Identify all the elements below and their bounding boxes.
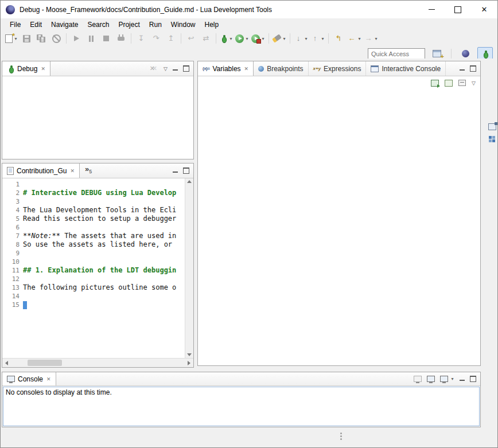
scroll-left-icon[interactable] (5, 361, 8, 365)
tab-breakpoints[interactable]: Breakpoints (254, 61, 308, 76)
line-number[interactable]: 11 (2, 266, 20, 275)
tab-variables[interactable]: (x)= Variables ✕ (198, 61, 254, 76)
maximize-button[interactable] (445, 1, 471, 18)
back-button[interactable]: ← ▾ (346, 32, 363, 45)
editor-line[interactable] (23, 292, 185, 301)
menu-edit[interactable]: Edit (25, 20, 46, 30)
editor-line[interactable]: Read this section to setup a debugger (23, 215, 185, 223)
show-columns-button[interactable] (445, 80, 453, 87)
debug-view-content[interactable] (2, 76, 193, 159)
line-number[interactable]: 12 (2, 275, 20, 283)
menu-search[interactable]: Search (83, 20, 114, 30)
suspend-button[interactable] (84, 32, 99, 45)
dropdown-icon[interactable]: ▾ (229, 36, 233, 41)
restore-views-button[interactable] (488, 123, 496, 130)
minimized-view-button[interactable] (489, 136, 495, 142)
menu-window[interactable]: Window (166, 20, 200, 30)
dropdown-icon[interactable]: ▾ (245, 36, 249, 41)
menu-file[interactable]: File (5, 20, 25, 30)
editor-line[interactable]: **Note:** The assets that are used in (23, 232, 185, 240)
drop-to-frame-button[interactable]: ↩ (184, 32, 199, 45)
new-wizard-button[interactable]: * ▾ (4, 32, 19, 45)
editor-vertical-scrollbar[interactable] (185, 178, 193, 358)
scroll-up-icon[interactable] (187, 180, 192, 183)
line-number[interactable]: 6 (2, 223, 20, 232)
tab-contribution-guide[interactable]: Contribution_Gu ✕ (2, 163, 80, 178)
remove-all-terminated-button[interactable]: ✕ (150, 65, 155, 72)
tab-close-icon[interactable]: ✕ (46, 376, 51, 382)
previous-annotation-button[interactable]: ↑ ▾ (309, 32, 326, 45)
line-number[interactable]: 2 (2, 189, 20, 197)
next-annotation-button[interactable]: ↓ ▾ (293, 32, 309, 45)
console-content[interactable]: No consoles to display at this time. (3, 387, 480, 426)
editor-horizontal-scrollbar[interactable] (2, 358, 193, 367)
editor-line[interactable] (23, 180, 185, 189)
editor-line[interactable]: The following pictures outline some o (23, 283, 185, 292)
maximize-view-button[interactable] (470, 376, 476, 382)
horizontal-scroll-thumb[interactable] (28, 360, 62, 366)
scroll-right-icon[interactable] (188, 361, 190, 365)
editor-line[interactable]: The Lua Development Tools in the Ecli (23, 206, 185, 215)
save-all-button[interactable] (34, 32, 49, 45)
minimize-view-button[interactable] (460, 69, 465, 71)
save-button[interactable] (19, 32, 34, 45)
terminate-button[interactable] (99, 32, 114, 45)
editor-line[interactable] (23, 301, 185, 309)
quick-access-input[interactable]: Quick Access (368, 48, 425, 59)
dropdown-icon[interactable]: ▾ (450, 376, 454, 381)
maximize-view-button[interactable] (470, 65, 476, 72)
tab-close-icon[interactable]: ✕ (41, 66, 45, 72)
editor-line[interactable] (23, 197, 185, 206)
tab-close-icon[interactable]: ✕ (244, 66, 249, 72)
resume-button[interactable] (69, 32, 84, 45)
minimize-button[interactable] (418, 1, 445, 18)
hidden-editors-chevron[interactable]: » 5 (80, 163, 97, 178)
editor-gutter[interactable]: 123456789101112131415 (2, 178, 23, 358)
menu-navigate[interactable]: Navigate (46, 20, 83, 30)
variables-content[interactable] (198, 89, 480, 365)
maximize-view-button[interactable] (183, 65, 189, 72)
debug-button[interactable]: ▾ (219, 32, 234, 45)
view-menu-button[interactable]: ▽ (164, 66, 168, 72)
menu-run[interactable]: Run (145, 20, 166, 30)
tab-close-icon[interactable]: ✕ (70, 168, 75, 174)
editor-line[interactable]: ## 1. Explanation of the LDT debuggin (23, 266, 185, 275)
sash-grip[interactable] (340, 433, 343, 441)
use-step-filters-button[interactable]: ⇄ (199, 32, 213, 45)
line-number[interactable]: 5 (2, 215, 20, 223)
tab-expressions[interactable]: x+y Expressions (309, 61, 367, 76)
skip-all-breakpoints-button[interactable] (49, 32, 64, 45)
step-over-button[interactable]: ↷ (149, 32, 164, 45)
last-edit-location-button[interactable]: ↰ (331, 32, 346, 45)
line-number[interactable]: 3 (2, 197, 20, 206)
display-selected-console-button[interactable] (427, 376, 435, 382)
line-number[interactable]: 15 (2, 301, 20, 309)
editor-code[interactable]: # Interactive DEBUG using Lua DevelopThe… (23, 178, 185, 358)
line-number[interactable]: 4 (2, 206, 20, 215)
line-number[interactable]: 13 (2, 283, 20, 292)
view-menu-button[interactable]: ▽ (472, 80, 476, 86)
search-button[interactable]: ▾ (271, 32, 287, 45)
forward-button[interactable]: → ▾ (363, 32, 379, 45)
disconnect-button[interactable] (114, 32, 129, 45)
collapse-all-button[interactable] (458, 80, 466, 86)
menu-project[interactable]: Project (114, 20, 144, 30)
line-number[interactable]: 14 (2, 292, 20, 301)
line-number[interactable]: 10 (2, 258, 20, 266)
dropdown-icon[interactable]: ▾ (261, 36, 265, 41)
minimize-view-button[interactable] (460, 380, 465, 381)
menu-help[interactable]: Help (200, 20, 224, 30)
dropdown-icon[interactable]: ▾ (304, 36, 308, 41)
editor-line[interactable] (23, 249, 185, 258)
editor-line[interactable] (23, 258, 185, 266)
open-console-button[interactable]: ▾ (440, 376, 454, 382)
line-number[interactable]: 7 (2, 232, 20, 240)
editor-line[interactable]: # Interactive DEBUG using Lua Develop (23, 189, 185, 197)
editor-line[interactable] (23, 223, 185, 232)
dropdown-icon[interactable]: ▾ (357, 36, 361, 41)
step-return-button[interactable]: ↥ (164, 32, 178, 45)
step-into-button[interactable]: ↧ (134, 32, 149, 45)
tab-debug[interactable]: Debug ✕ (2, 61, 50, 76)
clear-console-button[interactable] (414, 376, 422, 382)
line-number[interactable]: 9 (2, 249, 20, 258)
